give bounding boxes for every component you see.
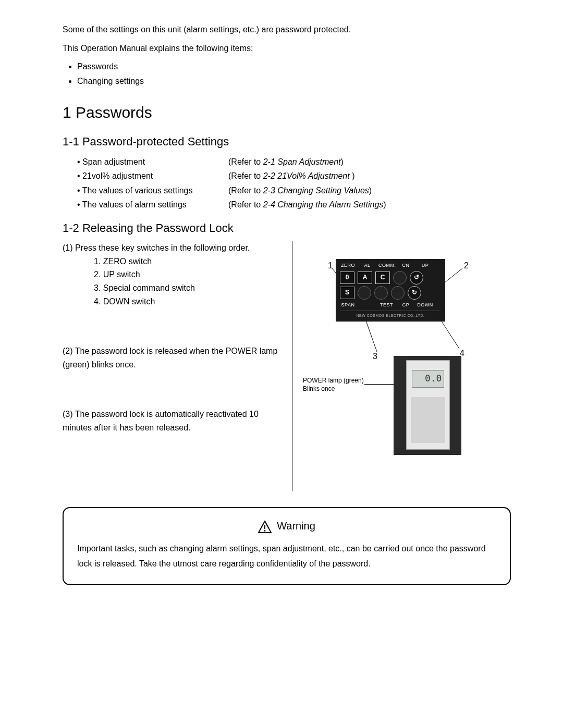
release-steps-column: (1) Press these key switches in the foll…: [63, 241, 287, 453]
warning-triangle-icon: [258, 521, 272, 533]
panel-label-al: AL: [359, 262, 375, 269]
comm-key-icon: C: [375, 272, 390, 284]
warning-title-text: Warning: [277, 520, 315, 532]
intro-block: Some of the settings on this unit (alarm…: [63, 23, 511, 88]
warning-title: Warning: [77, 517, 496, 534]
al-key-icon: A: [358, 272, 372, 284]
cn-key-icon: [393, 271, 407, 285]
refer-link: 2-4 Changing the Alarm Settings: [263, 200, 384, 209]
section-heading-passwords: 1 Passwords: [63, 100, 511, 125]
refer-prefix: (Refer to: [228, 171, 263, 180]
callout-1: 1: [328, 259, 333, 273]
refer-suffix: ): [352, 171, 354, 180]
device-button-area: [411, 397, 445, 443]
protected-setting-row: • Span adjustment (Refer to 2-1 Span Adj…: [77, 155, 511, 169]
intro-bullet-list: Passwords Changing settings: [63, 60, 511, 88]
refer-link: 2-1 Span Adjustment: [263, 157, 341, 166]
warning-box: Warning Important tasks, such as changin…: [63, 507, 511, 585]
refer-prefix: (Refer to: [228, 157, 263, 166]
zero-key-icon: 0: [340, 272, 354, 284]
panel-label-cn: CN: [398, 262, 414, 269]
protected-settings-list: • Span adjustment (Refer to 2-1 Span Adj…: [77, 155, 511, 212]
panel-label-up: UP: [417, 262, 433, 269]
intro-line-2: This Operation Manual explains the follo…: [63, 42, 511, 55]
setting-name: 21vol% adjustment: [82, 171, 153, 180]
release-step-1-item: 4. DOWN switch: [94, 295, 287, 309]
release-step-3: (3) The password lock is automatically r…: [63, 408, 287, 434]
control-panel-figure: 1 2 ZERO AL COMM. CN UP 0 A: [307, 259, 474, 322]
up-key-icon: ↺: [410, 271, 423, 285]
panel-label-down: DOWN: [417, 301, 433, 309]
panel-label-zero: ZERO: [340, 262, 356, 269]
setting-name: The values of various settings: [82, 186, 193, 195]
device-body: 0.0: [406, 360, 450, 450]
refer-prefix: (Refer to: [228, 200, 263, 209]
callout-2: 2: [464, 259, 469, 273]
subsection-heading-releasing-lock: 1-2 Releasing the Password Lock: [63, 219, 511, 237]
panel-label-blank: [359, 301, 375, 309]
panel-label-span: SPAN: [340, 301, 356, 309]
intro-line-1: Some of the settings on this unit (alarm…: [63, 23, 511, 36]
refer-suffix: ): [369, 186, 372, 195]
warning-body: Important tasks, such as changing alarm …: [77, 541, 496, 572]
refer-link: 2-2 21Vol% Adjustment: [263, 171, 352, 180]
release-step-1-item: 1. ZERO switch: [94, 255, 287, 268]
subsection-heading-protected-settings: 1-1 Password-protected Settings: [63, 132, 511, 151]
release-step-1-item: 2. UP switch: [94, 268, 287, 281]
release-step-1-item: 3. Special command switch: [94, 281, 287, 295]
device-lcd: 0.0: [412, 370, 444, 388]
device-photo: 0.0: [394, 356, 461, 455]
panel-bottom-labels: SPAN TEST CP DOWN: [340, 301, 441, 309]
intro-bullet: Passwords: [77, 60, 511, 73]
svg-point-6: [264, 530, 266, 532]
down-key-icon: ↻: [408, 286, 421, 300]
panel-manufacturer-label: NEW COSMOS ELECTRIC CO.,LTD.: [340, 311, 441, 318]
power-lamp-label: POWER lamp (green) Blinks once: [303, 377, 376, 393]
refer-prefix: (Refer to: [228, 186, 263, 195]
protected-setting-row: • The values of alarm settings (Refer to…: [77, 198, 511, 212]
test-key-icon: [374, 286, 388, 300]
setting-name: The values of alarm settings: [82, 200, 187, 209]
panel-label-test: TEST: [378, 301, 395, 309]
release-step-2: (2) The password lock is released when t…: [63, 344, 287, 371]
release-step-1: (1) Press these key switches in the foll…: [63, 241, 287, 255]
refer-suffix: ): [341, 157, 344, 166]
protected-setting-row: • The values of various settings (Refer …: [77, 184, 511, 198]
panel-label-comm: COMM.: [378, 262, 395, 269]
intro-bullet: Changing settings: [77, 75, 511, 88]
refer-link: 2-3 Changing Setting Values: [263, 186, 369, 195]
power-lamp-label-line2: Blinks once: [303, 385, 335, 392]
cp-key-icon: [391, 286, 405, 300]
refer-suffix: ): [383, 200, 386, 209]
special-command-key-icon: [358, 286, 371, 300]
svg-line-2: [364, 316, 377, 352]
panel-label-cp: CP: [398, 301, 414, 309]
device-photo-figure: POWER lamp (green) Blinks once 0.0: [303, 356, 511, 455]
span-key-icon: S: [340, 287, 354, 299]
power-lamp-label-line1: POWER lamp (green): [303, 377, 364, 384]
figures-column: 1 2 ZERO AL COMM. CN UP 0 A: [292, 241, 511, 491]
setting-name: Span adjustment: [82, 157, 145, 166]
protected-setting-row: • 21vol% adjustment (Refer to 2-2 21Vol%…: [77, 169, 511, 183]
control-panel: ZERO AL COMM. CN UP 0 A C ↺ S: [336, 259, 445, 322]
